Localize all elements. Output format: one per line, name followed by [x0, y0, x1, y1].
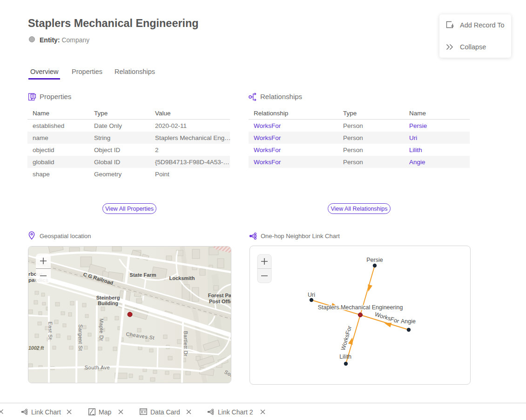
- svg-text:Building: Building: [98, 300, 118, 306]
- svg-text:Sargent St: Sargent St: [78, 325, 83, 351]
- svg-text:Angie: Angie: [401, 318, 416, 325]
- svg-text:East St: East St: [47, 322, 53, 340]
- svg-text:Persie: Persie: [366, 257, 383, 263]
- svg-text:Staplers Mechanical Engineerin: Staplers Mechanical Engineering: [318, 304, 403, 311]
- svg-text:Bartlett Dr: Bartlett Dr: [183, 331, 189, 356]
- svg-text:1002 ft: 1002 ft: [28, 345, 44, 351]
- svg-text:Maple Dr: Maple Dr: [99, 319, 104, 341]
- svg-text:Locksmith: Locksmith: [169, 275, 195, 281]
- svg-text:South Ave: South Ave: [85, 365, 110, 370]
- svg-text:Post Offic: Post Offic: [209, 299, 231, 304]
- svg-text:State Farm: State Farm: [130, 272, 156, 278]
- svg-text:Uri: Uri: [308, 292, 315, 298]
- svg-text:Forest Par: Forest Par: [208, 293, 231, 298]
- svg-text:Lilith: Lilith: [339, 353, 351, 360]
- svg-text:Steinberg: Steinberg: [96, 295, 120, 300]
- svg-text:WorksFor: WorksFor: [374, 311, 400, 325]
